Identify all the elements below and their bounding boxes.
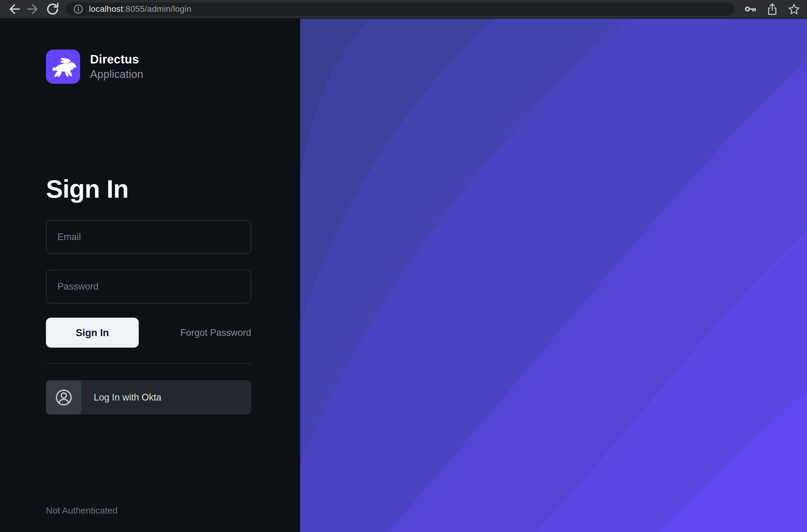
browser-toolbar: localhost:8055/admin/login [0,0,807,19]
reload-button[interactable] [45,1,60,17]
url-host: localhost [89,4,123,14]
info-icon[interactable] [73,3,84,15]
okta-login-button[interactable]: Log In with Okta [46,380,251,414]
brand-text: Directus Application [90,53,143,81]
page-title: Sign In [46,174,251,204]
status-text: Not Authenticated [46,506,118,516]
forward-button[interactable] [25,1,41,17]
brand-header: Directus Application [46,50,251,84]
account-circle-icon [55,389,73,406]
bookmark-star-icon[interactable] [787,2,801,16]
login-page: Directus Application Sign In Sign In For… [0,19,807,532]
url-text: localhost:8055/admin/login [89,4,191,14]
url-path: :8055/admin/login [123,4,191,14]
okta-button-label: Log In with Okta [94,392,161,403]
forward-arrow-icon [26,2,40,16]
brand-subtitle: Application [90,68,143,81]
divider [46,363,251,364]
url-bar[interactable]: localhost:8055/admin/login [65,2,734,16]
back-button[interactable] [6,1,22,17]
login-artwork [300,19,807,532]
forgot-password-link[interactable]: Forgot Password [180,327,251,338]
rabbit-icon [49,52,78,81]
email-field[interactable] [46,220,251,254]
toolbar-actions [744,2,801,16]
password-key-icon[interactable] [744,2,757,16]
purple-bands-art [300,19,807,532]
okta-icon-box [46,380,81,414]
share-icon[interactable] [765,2,779,16]
form-actions: Sign In Forgot Password [46,318,251,348]
password-field[interactable] [46,270,251,303]
brand-name: Directus [90,53,143,66]
directus-logo [46,50,80,84]
login-panel: Directus Application Sign In Sign In For… [0,19,300,532]
reload-icon [45,2,60,16]
back-arrow-icon [7,2,21,16]
sign-in-button[interactable]: Sign In [46,318,139,348]
